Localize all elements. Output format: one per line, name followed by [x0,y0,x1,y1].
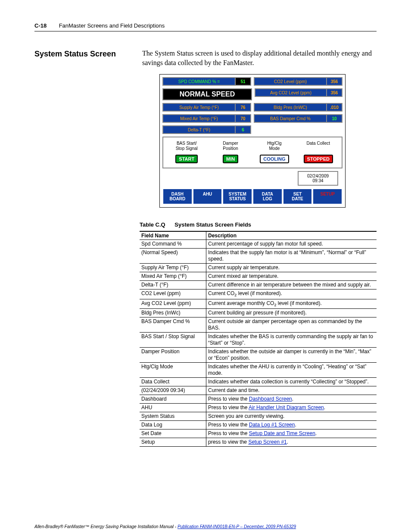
damper-pos-label: DamperPosition [223,141,238,152]
mixed-air-value: 70 [235,114,251,123]
col-field-name: Field Name [140,231,206,240]
field-name-cell: Bldg Pres (InWc) [140,309,206,317]
field-name-cell: Set Date [140,429,206,438]
col-description: Description [206,231,377,240]
table-row: Setuppress to view the Setup Screen #1. [140,438,377,447]
damper-pos-button[interactable]: MIN [223,155,238,163]
description-cell: Current supply air temperature. [206,264,377,272]
avg-co2-label: Avg CO2 Level (ppm) [255,88,326,97]
description-cell: Indicates whether the outside air damper… [206,348,377,363]
field-name-cell: BAS Start / Stop Signal [140,333,206,348]
field-name-cell: Spd Command % [140,240,206,249]
cross-ref-link[interactable]: Data Log #1 Screen [249,422,295,428]
cross-ref-link[interactable]: Dashboard Screen [249,396,292,402]
field-name-cell: BAS Damper Cmd % [140,317,206,333]
bldg-pres-value: .010 [326,103,342,112]
cross-ref-link[interactable]: Air Handler Unit Diagram Screen [249,404,324,411]
description-cell: Press to view the Air Handler Unit Diagr… [206,404,377,412]
co2-value: 356 [326,77,342,86]
footer-publication-link[interactable]: Publication FANM-IN001B-EN-P – December,… [177,524,296,529]
nav-set-date[interactable]: SETDATE [283,188,313,205]
description-cell: Current outside air damper percentage op… [206,317,377,333]
table-row: DashboardPress to view the Dashboard Scr… [140,395,377,404]
htg-clg-label: Htg/ClgMode [267,141,281,152]
table-row: Delta-T (°F)Current difference in air te… [140,281,377,289]
description-cell: Press to view the Setup Date and Time Sc… [206,429,377,438]
nav-dashboard[interactable]: DASHBOARD [162,188,193,205]
field-name-cell: (Normal Speed) [140,249,206,264]
co2-label: CO2 Level (ppm) [254,77,326,86]
field-name-cell: Mixed Air Temp (°F) [140,272,206,281]
description-cell: Current difference in air temperature be… [206,281,377,289]
field-name-cell: System Status [140,412,206,421]
status-buttons-panel: BAS Start/Stop Signal START DamperPositi… [162,137,342,168]
field-name-cell: Setup [140,438,206,447]
description-cell: press to view the Setup Screen #1. [206,438,377,447]
field-name-cell: Damper Position [140,348,206,363]
section-title: FanMaster Screens and Field Descriptions [59,22,165,29]
description-cell: Current CO2 level (if monitored). [206,289,377,299]
table-row: AHUPress to view the Air Handler Unit Di… [140,404,377,412]
table-row: (Normal Speed)Indicates that the supply … [140,249,377,264]
table-row: BAS Start / Stop SignalIndicates whether… [140,333,377,348]
page-number: C-18 [34,22,47,29]
field-name-cell: Htg/Clg Mode [140,363,206,378]
description-cell: Indicates whether the BAS is currently c… [206,333,377,348]
description-cell: Current building air pressure (if monito… [206,309,377,317]
description-cell: Current date and time. [206,386,377,395]
description-cell: Press to view the Data Log #1 Screen. [206,421,377,429]
nav-setup[interactable]: SETUP [312,188,342,205]
bas-damper-value: 10 [326,114,342,123]
table-row: Supply Air Temp (°F)Current supply air t… [140,264,377,272]
section-heading: System Status Screen [34,49,129,59]
nav-data-log[interactable]: DATALOG [252,188,283,205]
bas-damper-label: BAS Damper Cmd % [254,114,326,123]
description-cell: Indicates that the supply fan motor is a… [206,249,377,264]
table-row: Avg CO2 Level (ppm)Current average month… [140,299,377,309]
table-row: Data LogPress to view the Data Log #1 Sc… [140,421,377,429]
datetime-display: 02/24/200909:34 [298,171,338,186]
table-row: Data CollectIndicates whether data colle… [140,378,377,386]
field-name-cell: AHU [140,404,206,412]
fields-table: Field Name Description Spd Command %Curr… [140,231,377,447]
bas-signal-button[interactable]: START [175,155,198,163]
description-cell: Indicates whether the AHU is currently i… [206,363,377,378]
avg-co2-value: 356 [326,88,342,97]
field-name-cell: Supply Air Temp (°F) [140,264,206,272]
field-name-cell: (02/24/2009 09:34) [140,386,206,395]
field-name-cell: CO2 Level (ppm) [140,289,206,299]
cross-ref-link[interactable]: Setup Date and Time Screen [249,430,315,436]
field-name-cell: Avg CO2 Level (ppm) [140,299,206,309]
supply-air-label: Supply Air Temp (°F) [162,103,235,112]
page-footer: Allen-Bradley® FanMaster™ Energy Saving … [34,524,377,529]
description-cell: Current mixed air temperature. [206,272,377,281]
table-row: Bldg Pres (InWc)Current building air pre… [140,309,377,317]
section-intro: The System Status screen is used to disp… [142,49,377,67]
cross-ref-link[interactable]: Setup Screen #1 [248,439,286,445]
table-row: CO2 Level (ppm)Current CO2 level (if mon… [140,289,377,299]
page-header: C-18 FanMaster Screens and Field Descrip… [34,22,377,31]
nav-tab-row: DASHBOARD AHU SYSTEMSTATUS DATALOG SETDA… [162,188,342,205]
description-cell: Indicates whether data collection is cur… [206,378,377,386]
field-name-cell: Data Collect [140,378,206,386]
table-row: System StatusScreen you are currently vi… [140,412,377,421]
data-collect-label: Data Collect [307,141,330,152]
field-name-cell: Delta-T (°F) [140,281,206,289]
bas-signal-label: BAS Start/Stop Signal [176,141,198,152]
htg-clg-button[interactable]: COOLING [260,155,289,163]
supply-air-value: 76 [235,103,251,112]
field-name-cell: Dashboard [140,395,206,404]
description-cell: Current average monthly CO2 level (if mo… [206,299,377,309]
description-cell: Current percentage of supply fan motor f… [206,240,377,249]
table-row: BAS Damper Cmd %Current outside air damp… [140,317,377,333]
table-row: (02/24/2009 09:34)Current date and time. [140,386,377,395]
nav-system-status[interactable]: SYSTEMSTATUS [222,188,252,205]
spd-command-label: SPD COMMAND % = [162,77,235,86]
table-row: Spd Command %Current percentage of suppl… [140,240,377,249]
data-collect-button[interactable]: STOPPED [304,155,333,163]
nav-ahu[interactable]: AHU [193,188,223,205]
table-row: Mixed Air Temp (°F)Current mixed air tem… [140,272,377,281]
spd-command-value: 51 [235,77,251,86]
description-cell: Screen you are currently viewing. [206,412,377,421]
system-status-screenshot: SPD COMMAND % = 51 CO2 Level (ppm) 356 N… [159,74,346,208]
